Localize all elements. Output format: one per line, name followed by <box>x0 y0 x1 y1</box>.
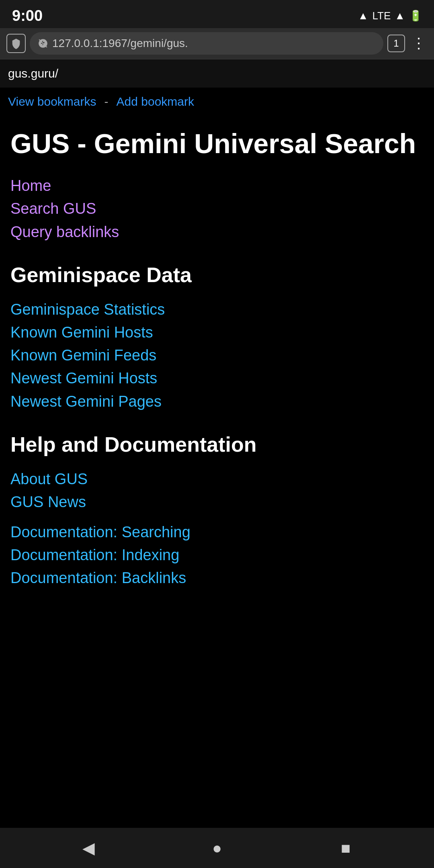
back-button[interactable]: ◀ <box>72 832 104 864</box>
nav-section: Home Search GUS Query backlinks <box>10 175 424 243</box>
url-text: 127.0.0.1:1967/gemini/gus. <box>52 37 375 50</box>
no-track-icon <box>38 38 48 49</box>
about-gus-link[interactable]: About GUS <box>10 469 424 490</box>
geminispace-data-section: Geminispace Data Geminispace Statistics … <box>10 263 424 412</box>
signal-icon: ▲ <box>395 10 405 22</box>
view-bookmarks-link[interactable]: View bookmarks <box>8 95 96 108</box>
status-bar: 9:00 ▲ LTE ▲ 🔋 <box>0 0 434 28</box>
bookmarks-bar: View bookmarks - Add bookmark <box>0 88 434 116</box>
bottom-nav: ◀ ● ■ <box>0 828 434 868</box>
geminispace-statistics-link[interactable]: Geminispace Statistics <box>10 299 424 320</box>
newest-gemini-hosts-link[interactable]: Newest Gemini Hosts <box>10 368 424 389</box>
doc-backlinks-link[interactable]: Documentation: Backlinks <box>10 567 424 589</box>
newest-gemini-pages-link[interactable]: Newest Gemini Pages <box>10 391 424 412</box>
home-button[interactable]: ● <box>201 832 233 864</box>
gemini-url-text: gus.guru/ <box>8 67 58 80</box>
overview-button[interactable]: ■ <box>330 832 362 864</box>
browser-menu-button[interactable]: ⋮ <box>409 35 428 52</box>
search-gus-link[interactable]: Search GUS <box>10 198 424 219</box>
gemini-url-bar: gus.guru/ <box>0 59 434 88</box>
status-icons: ▲ LTE ▲ 🔋 <box>358 10 422 22</box>
browser-chrome: 127.0.0.1:1967/gemini/gus. 1 ⋮ <box>0 28 434 59</box>
bookmark-separator: - <box>104 95 108 108</box>
known-gemini-hosts-link[interactable]: Known Gemini Hosts <box>10 322 424 343</box>
geminispace-data-heading: Geminispace Data <box>10 263 424 287</box>
tab-count-button[interactable]: 1 <box>387 35 405 52</box>
doc-searching-link[interactable]: Documentation: Searching <box>10 522 424 543</box>
lte-icon: LTE <box>373 10 391 22</box>
main-content: GUS - Gemini Universal Search Home Searc… <box>0 116 434 617</box>
battery-icon: 🔋 <box>409 10 422 22</box>
status-time: 9:00 <box>12 7 43 25</box>
wifi-icon: ▲ <box>358 10 368 22</box>
help-docs-section: Help and Documentation About GUS GUS New… <box>10 432 424 589</box>
shield-icon <box>10 38 22 49</box>
add-bookmark-link[interactable]: Add bookmark <box>117 95 194 108</box>
known-gemini-feeds-link[interactable]: Known Gemini Feeds <box>10 345 424 366</box>
help-docs-heading: Help and Documentation <box>10 432 424 457</box>
url-bar[interactable]: 127.0.0.1:1967/gemini/gus. <box>30 32 383 55</box>
home-link[interactable]: Home <box>10 175 424 197</box>
gus-news-link[interactable]: GUS News <box>10 491 424 513</box>
shield-button[interactable] <box>6 34 26 53</box>
doc-indexing-link[interactable]: Documentation: Indexing <box>10 545 424 566</box>
page-title: GUS - Gemini Universal Search <box>10 128 424 159</box>
query-backlinks-link[interactable]: Query backlinks <box>10 221 424 243</box>
